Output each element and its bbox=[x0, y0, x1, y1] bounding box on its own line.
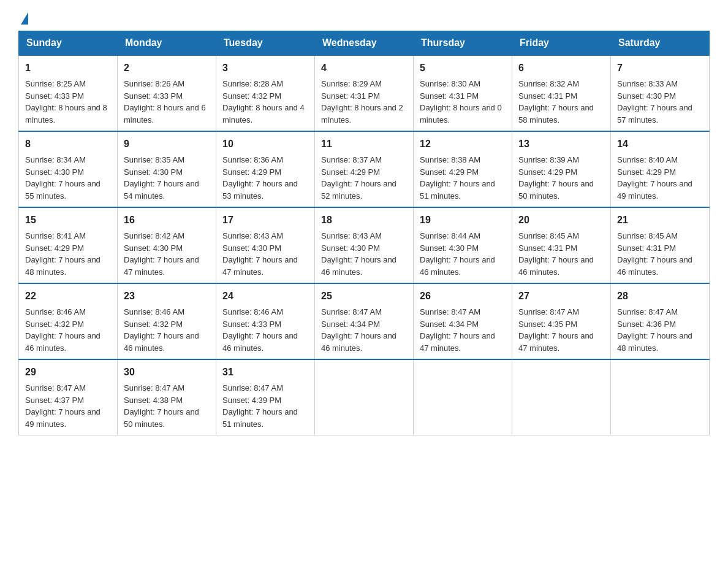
day-sunset: Sunset: 4:30 PM bbox=[124, 167, 183, 177]
day-sunset: Sunset: 4:29 PM bbox=[222, 167, 281, 177]
day-daylight: Daylight: 8 hours and 6 minutes. bbox=[124, 103, 206, 124]
day-daylight: Daylight: 7 hours and 50 minutes. bbox=[124, 407, 199, 429]
day-number: 8 bbox=[25, 137, 111, 151]
calendar-day-30: 30 Sunrise: 8:47 AM Sunset: 4:38 PM Dayl… bbox=[118, 359, 216, 435]
header-tuesday: Tuesday bbox=[216, 31, 315, 56]
day-sunrise: Sunrise: 8:33 AM bbox=[617, 79, 678, 88]
day-sunset: Sunset: 4:29 PM bbox=[617, 167, 676, 177]
calendar-day-5: 5 Sunrise: 8:30 AM Sunset: 4:31 PM Dayli… bbox=[414, 55, 512, 131]
calendar-week-row-3: 15 Sunrise: 8:41 AM Sunset: 4:29 PM Dayl… bbox=[19, 207, 710, 283]
calendar-day-13: 13 Sunrise: 8:39 AM Sunset: 4:29 PM Dayl… bbox=[512, 131, 611, 207]
day-number: 23 bbox=[124, 289, 210, 304]
day-sunrise: Sunrise: 8:34 AM bbox=[25, 155, 86, 164]
day-number: 18 bbox=[321, 213, 407, 228]
day-number: 3 bbox=[222, 61, 308, 75]
calendar-day-14: 14 Sunrise: 8:40 AM Sunset: 4:29 PM Dayl… bbox=[611, 131, 710, 207]
calendar-day-27: 27 Sunrise: 8:47 AM Sunset: 4:35 PM Dayl… bbox=[512, 283, 611, 359]
day-daylight: Daylight: 7 hours and 52 minutes. bbox=[321, 179, 396, 201]
day-sunrise: Sunrise: 8:43 AM bbox=[321, 231, 382, 240]
day-sunset: Sunset: 4:29 PM bbox=[420, 167, 479, 177]
calendar-day-17: 17 Sunrise: 8:43 AM Sunset: 4:30 PM Dayl… bbox=[216, 207, 315, 283]
day-sunrise: Sunrise: 8:45 AM bbox=[518, 231, 579, 240]
day-sunset: Sunset: 4:34 PM bbox=[321, 320, 380, 329]
day-number: 26 bbox=[420, 289, 506, 304]
day-daylight: Daylight: 7 hours and 48 minutes. bbox=[25, 255, 100, 277]
day-sunrise: Sunrise: 8:26 AM bbox=[124, 79, 184, 88]
day-sunset: Sunset: 4:29 PM bbox=[321, 167, 380, 177]
calendar-week-row-4: 22 Sunrise: 8:46 AM Sunset: 4:32 PM Dayl… bbox=[19, 283, 710, 359]
day-number: 4 bbox=[321, 61, 407, 75]
calendar-day-21: 21 Sunrise: 8:45 AM Sunset: 4:31 PM Dayl… bbox=[611, 207, 710, 283]
day-sunset: Sunset: 4:31 PM bbox=[518, 243, 577, 253]
day-number: 16 bbox=[124, 213, 210, 228]
calendar-day-19: 19 Sunrise: 8:44 AM Sunset: 4:30 PM Dayl… bbox=[414, 207, 512, 283]
day-number: 6 bbox=[518, 61, 604, 75]
day-number: 7 bbox=[617, 61, 703, 75]
logo-triangle-icon bbox=[21, 12, 28, 25]
day-daylight: Daylight: 7 hours and 46 minutes. bbox=[124, 331, 199, 353]
day-sunset: Sunset: 4:32 PM bbox=[124, 320, 183, 329]
day-sunrise: Sunrise: 8:47 AM bbox=[420, 307, 480, 316]
calendar-day-28: 28 Sunrise: 8:47 AM Sunset: 4:36 PM Dayl… bbox=[611, 283, 710, 359]
day-daylight: Daylight: 7 hours and 50 minutes. bbox=[518, 179, 594, 201]
header-friday: Friday bbox=[512, 31, 611, 56]
day-sunrise: Sunrise: 8:47 AM bbox=[321, 307, 382, 316]
day-number: 22 bbox=[25, 289, 111, 304]
day-daylight: Daylight: 7 hours and 46 minutes. bbox=[321, 331, 396, 353]
calendar-day-9: 9 Sunrise: 8:35 AM Sunset: 4:30 PM Dayli… bbox=[118, 131, 216, 207]
calendar-empty-cell bbox=[611, 359, 710, 435]
day-sunrise: Sunrise: 8:46 AM bbox=[222, 307, 283, 316]
day-sunrise: Sunrise: 8:47 AM bbox=[617, 307, 678, 316]
day-sunset: Sunset: 4:30 PM bbox=[321, 243, 380, 253]
day-number: 1 bbox=[25, 61, 111, 75]
day-number: 11 bbox=[321, 137, 407, 151]
day-sunset: Sunset: 4:35 PM bbox=[518, 320, 577, 329]
day-sunrise: Sunrise: 8:42 AM bbox=[124, 231, 184, 240]
day-number: 21 bbox=[617, 213, 703, 228]
day-number: 12 bbox=[420, 137, 506, 151]
calendar-day-22: 22 Sunrise: 8:46 AM Sunset: 4:32 PM Dayl… bbox=[19, 283, 118, 359]
day-number: 27 bbox=[518, 289, 604, 304]
day-daylight: Daylight: 7 hours and 58 minutes. bbox=[518, 103, 594, 124]
day-sunset: Sunset: 4:31 PM bbox=[321, 91, 380, 101]
day-daylight: Daylight: 8 hours and 2 minutes. bbox=[321, 103, 403, 124]
day-sunrise: Sunrise: 8:44 AM bbox=[420, 231, 480, 240]
calendar-day-7: 7 Sunrise: 8:33 AM Sunset: 4:30 PM Dayli… bbox=[611, 55, 710, 131]
day-daylight: Daylight: 7 hours and 49 minutes. bbox=[617, 179, 692, 201]
day-daylight: Daylight: 7 hours and 46 minutes. bbox=[321, 255, 396, 277]
day-sunset: Sunset: 4:32 PM bbox=[25, 320, 84, 329]
day-sunset: Sunset: 4:33 PM bbox=[124, 91, 183, 101]
day-sunset: Sunset: 4:30 PM bbox=[124, 243, 183, 253]
calendar-day-16: 16 Sunrise: 8:42 AM Sunset: 4:30 PM Dayl… bbox=[118, 207, 216, 283]
day-sunset: Sunset: 4:31 PM bbox=[420, 91, 479, 101]
calendar-week-row-2: 8 Sunrise: 8:34 AM Sunset: 4:30 PM Dayli… bbox=[19, 131, 710, 207]
day-number: 15 bbox=[25, 213, 111, 228]
day-number: 28 bbox=[617, 289, 703, 304]
day-number: 13 bbox=[518, 137, 604, 151]
day-sunrise: Sunrise: 8:25 AM bbox=[25, 79, 86, 88]
day-sunset: Sunset: 4:33 PM bbox=[222, 320, 281, 329]
day-sunrise: Sunrise: 8:43 AM bbox=[222, 231, 283, 240]
day-sunset: Sunset: 4:30 PM bbox=[617, 91, 676, 101]
day-sunrise: Sunrise: 8:32 AM bbox=[518, 79, 579, 88]
calendar-empty-cell bbox=[315, 359, 414, 435]
calendar-empty-cell bbox=[512, 359, 611, 435]
day-daylight: Daylight: 7 hours and 55 minutes. bbox=[25, 179, 100, 201]
day-daylight: Daylight: 7 hours and 51 minutes. bbox=[420, 179, 495, 201]
header-sunday: Sunday bbox=[19, 31, 118, 56]
day-daylight: Daylight: 7 hours and 47 minutes. bbox=[124, 255, 199, 277]
day-sunrise: Sunrise: 8:37 AM bbox=[321, 155, 382, 164]
calendar-day-10: 10 Sunrise: 8:36 AM Sunset: 4:29 PM Dayl… bbox=[216, 131, 315, 207]
day-sunrise: Sunrise: 8:47 AM bbox=[25, 383, 86, 393]
day-sunset: Sunset: 4:33 PM bbox=[25, 91, 84, 101]
day-sunrise: Sunrise: 8:46 AM bbox=[124, 307, 184, 316]
header-wednesday: Wednesday bbox=[315, 31, 414, 56]
calendar-day-12: 12 Sunrise: 8:38 AM Sunset: 4:29 PM Dayl… bbox=[414, 131, 512, 207]
day-sunrise: Sunrise: 8:47 AM bbox=[124, 383, 184, 393]
day-number: 25 bbox=[321, 289, 407, 304]
day-daylight: Daylight: 8 hours and 4 minutes. bbox=[222, 103, 305, 124]
day-number: 2 bbox=[124, 61, 210, 75]
calendar-empty-cell bbox=[414, 359, 512, 435]
day-sunset: Sunset: 4:32 PM bbox=[222, 91, 281, 101]
header-thursday: Thursday bbox=[414, 31, 512, 56]
